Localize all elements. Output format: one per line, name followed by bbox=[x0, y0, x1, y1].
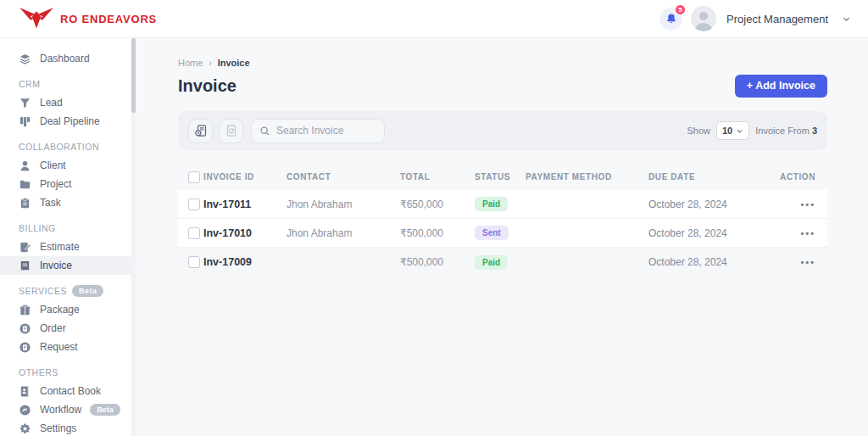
status-badge: Paid bbox=[475, 255, 508, 270]
sidebar-item-deal-pipeline[interactable]: Deal Pipeline bbox=[0, 112, 136, 131]
section-label: SERVICES bbox=[19, 286, 67, 296]
main-content: Home › Invoice Invoice + Add Invoice bbox=[136, 38, 868, 436]
page-size-select[interactable]: 10 bbox=[716, 121, 749, 140]
sidebar-item-settings[interactable]: Settings bbox=[0, 419, 136, 436]
request-icon bbox=[19, 341, 31, 354]
sidebar-scrollbar-thumb[interactable] bbox=[131, 38, 136, 113]
sync-invoices-button[interactable] bbox=[219, 119, 243, 143]
sidebar-item-order[interactable]: Order bbox=[0, 319, 136, 338]
notifications-button[interactable]: 5 bbox=[659, 8, 682, 31]
col-status: Status bbox=[475, 172, 526, 182]
invoice-id-cell[interactable]: Inv-17009 bbox=[203, 256, 287, 268]
row-actions-menu-button[interactable]: ••• bbox=[800, 228, 817, 238]
sidebar-item-label: Invoice bbox=[40, 260, 72, 271]
beta-badge: Beta bbox=[72, 285, 104, 297]
app-window: RO ENDEAVORS 5 Project Management bbox=[0, 0, 868, 436]
contact-cell: Jhon Abraham bbox=[287, 227, 400, 239]
note-pencil-icon bbox=[19, 241, 31, 254]
sidebar-section-services: SERVICES Beta bbox=[0, 284, 136, 298]
page-size-value: 10 bbox=[722, 126, 732, 136]
row-actions-menu-button[interactable]: ••• bbox=[800, 199, 817, 210]
sidebar-section-collaboration: COLLABORATION bbox=[0, 140, 136, 154]
sidebar-item-task[interactable]: Task bbox=[0, 193, 136, 212]
search-box bbox=[251, 119, 385, 143]
sidebar-item-project[interactable]: Project bbox=[0, 175, 136, 193]
funnel-icon bbox=[19, 97, 31, 109]
breadcrumb-current: Invoice bbox=[218, 58, 250, 68]
sidebar-item-label: Workflow bbox=[40, 404, 81, 416]
sidebar-item-label: Contact Book bbox=[40, 385, 101, 397]
receipt-icon bbox=[19, 260, 31, 272]
search-icon bbox=[259, 126, 270, 137]
sidebar-item-contact-book[interactable]: Contact Book bbox=[0, 382, 136, 400]
table-row: Inv-17010 Jhon Abraham ₹500,000 Sent Oct… bbox=[178, 219, 827, 248]
sidebar-item-label: Package bbox=[40, 304, 80, 316]
eagle-logo-icon bbox=[19, 6, 54, 31]
breadcrumb: Home › Invoice bbox=[178, 58, 827, 68]
status-badge: Sent bbox=[475, 226, 509, 240]
search-input[interactable] bbox=[276, 125, 370, 137]
topbar: RO ENDEAVORS 5 Project Management bbox=[0, 0, 868, 38]
sidebar-item-label: Deal Pipeline bbox=[40, 115, 100, 127]
due-date-cell: October 28, 2024 bbox=[648, 198, 776, 210]
due-date-cell: October 28, 2024 bbox=[648, 256, 776, 268]
sidebar-item-client[interactable]: Client bbox=[0, 156, 136, 175]
sidebar-item-label: Estimate bbox=[40, 241, 80, 253]
sidebar-item-label: Order bbox=[40, 322, 66, 334]
sidebar-item-package[interactable]: Package bbox=[0, 300, 136, 319]
add-invoice-button[interactable]: + Add Invoice bbox=[735, 75, 827, 98]
user-icon bbox=[19, 159, 31, 172]
avatar[interactable] bbox=[691, 6, 716, 31]
invoice-id-cell[interactable]: Inv-17010 bbox=[203, 227, 287, 239]
invoice-id-cell[interactable]: Inv-17011 bbox=[203, 198, 287, 210]
col-contact: Contact bbox=[287, 172, 400, 182]
status-badge: Paid bbox=[475, 197, 508, 211]
show-label: Show bbox=[687, 126, 710, 136]
chevron-down-icon[interactable] bbox=[842, 14, 851, 24]
row-actions-menu-button[interactable]: ••• bbox=[800, 257, 817, 267]
row-checkbox[interactable] bbox=[188, 198, 200, 210]
col-invoice-id: Invoice ID bbox=[203, 172, 287, 182]
gear-icon bbox=[19, 422, 31, 435]
sidebar-item-invoice[interactable]: Invoice bbox=[0, 256, 136, 275]
row-checkbox[interactable] bbox=[188, 256, 200, 268]
sidebar-item-label: Project bbox=[40, 178, 71, 190]
select-all-checkbox[interactable] bbox=[188, 171, 200, 183]
row-checkbox[interactable] bbox=[188, 227, 200, 239]
order-icon bbox=[19, 322, 31, 335]
workspace-menu[interactable]: Project Management bbox=[726, 13, 828, 25]
invoice-toolbar: Show 10 Invoice From 3 bbox=[178, 111, 827, 150]
breadcrumb-home-link[interactable]: Home bbox=[178, 58, 203, 68]
table-row: Inv-17009 ₹500,000 Paid October 28, 2024… bbox=[178, 248, 827, 277]
total-cell: ₹500,000 bbox=[400, 227, 475, 239]
bell-icon bbox=[665, 13, 677, 25]
brand-logo[interactable]: RO ENDEAVORS bbox=[19, 6, 157, 31]
document-chart-icon bbox=[194, 124, 208, 137]
breadcrumb-separator-icon: › bbox=[209, 59, 211, 68]
sidebar-item-request[interactable]: Request bbox=[0, 338, 136, 356]
sidebar-item-label: Settings bbox=[40, 422, 76, 434]
sidebar-section-others: OTHERS bbox=[0, 366, 136, 379]
sidebar-item-estimate[interactable]: Estimate bbox=[0, 238, 136, 256]
sidebar-item-lead[interactable]: Lead bbox=[0, 93, 136, 112]
sidebar-item-label: Task bbox=[40, 197, 61, 209]
dashboard-icon bbox=[19, 53, 31, 65]
total-cell: ₹500,000 bbox=[400, 256, 475, 268]
sidebar-section-crm: CRM bbox=[0, 77, 136, 91]
sidebar-item-label: Dashboard bbox=[40, 53, 90, 64]
sidebar-item-dashboard[interactable]: Dashboard bbox=[0, 49, 136, 68]
clipboard-icon bbox=[19, 197, 31, 210]
export-report-button[interactable] bbox=[188, 119, 213, 143]
col-action: Action bbox=[780, 172, 817, 182]
gift-icon bbox=[19, 304, 31, 316]
sidebar-item-workflow[interactable]: Workflow Beta bbox=[0, 400, 136, 419]
col-payment-method: Payment Method bbox=[526, 172, 648, 182]
sidebar-item-label: Request bbox=[40, 341, 78, 353]
from-label: Invoice From bbox=[755, 126, 810, 136]
sidebar-scrollbar-track[interactable] bbox=[131, 38, 136, 436]
count-text: Invoice From 3 bbox=[755, 126, 817, 136]
sidebar-item-label: Lead bbox=[40, 97, 63, 109]
due-date-cell: October 28, 2024 bbox=[648, 227, 776, 239]
col-total: Total bbox=[400, 172, 475, 182]
beta-badge: Beta bbox=[90, 404, 120, 416]
